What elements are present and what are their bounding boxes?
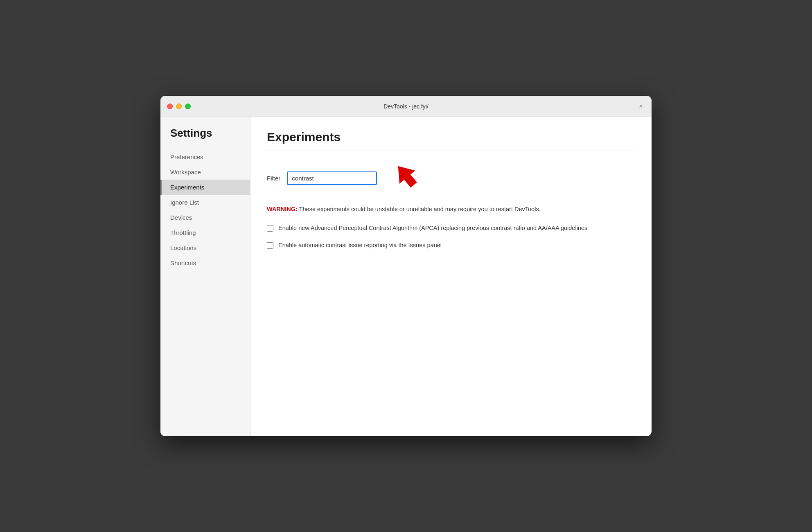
sidebar-item-shortcuts[interactable]: Shortcuts [160, 255, 250, 271]
contrast-reporting-label: Enable automatic contrast issue reportin… [278, 241, 442, 250]
sidebar-item-workspace[interactable]: Workspace [160, 165, 250, 180]
apca-checkbox[interactable] [267, 225, 273, 232]
maximize-button[interactable] [185, 104, 191, 109]
window-close-icon[interactable]: × [637, 102, 645, 110]
sidebar-item-experiments[interactable]: Experiments [160, 180, 250, 195]
checkbox-apca: Enable new Advanced Perceptual Contrast … [267, 224, 635, 233]
filter-input[interactable] [287, 171, 377, 185]
main-panel: Experiments Filter WARNING: These experi… [250, 117, 652, 436]
svg-marker-0 [390, 160, 422, 192]
section-divider [267, 151, 635, 151]
sidebar-item-locations[interactable]: Locations [160, 240, 250, 255]
arrow-indicator [388, 159, 424, 194]
contrast-reporting-checkbox[interactable] [267, 242, 273, 249]
page-title: Experiments [267, 130, 635, 144]
sidebar-item-throttling[interactable]: Throttling [160, 225, 250, 240]
filter-label: Filter [267, 175, 280, 182]
warning-box: WARNING: These experiments could be unst… [267, 205, 635, 214]
window-title: DevTools - jec.fyi/ [383, 103, 429, 110]
traffic-lights [167, 104, 191, 109]
close-button[interactable] [167, 104, 173, 109]
content-area: Settings Preferences Workspace Experimen… [160, 117, 652, 436]
titlebar: DevTools - jec.fyi/ × [160, 96, 652, 117]
apca-label: Enable new Advanced Perceptual Contrast … [278, 224, 587, 233]
sidebar-item-devices[interactable]: Devices [160, 210, 250, 225]
filter-row: Filter [267, 161, 635, 195]
sidebar-item-ignore-list[interactable]: Ignore List [160, 195, 250, 210]
checkbox-contrast-reporting: Enable automatic contrast issue reportin… [267, 241, 635, 250]
sidebar-item-preferences[interactable]: Preferences [160, 149, 250, 165]
sidebar: Settings Preferences Workspace Experimen… [160, 117, 250, 436]
warning-text: WARNING: These experiments could be unst… [267, 205, 635, 214]
warning-label: WARNING: [267, 206, 298, 212]
sidebar-heading: Settings [160, 127, 250, 149]
minimize-button[interactable] [176, 104, 182, 109]
devtools-window: DevTools - jec.fyi/ × Settings Preferenc… [160, 96, 652, 436]
